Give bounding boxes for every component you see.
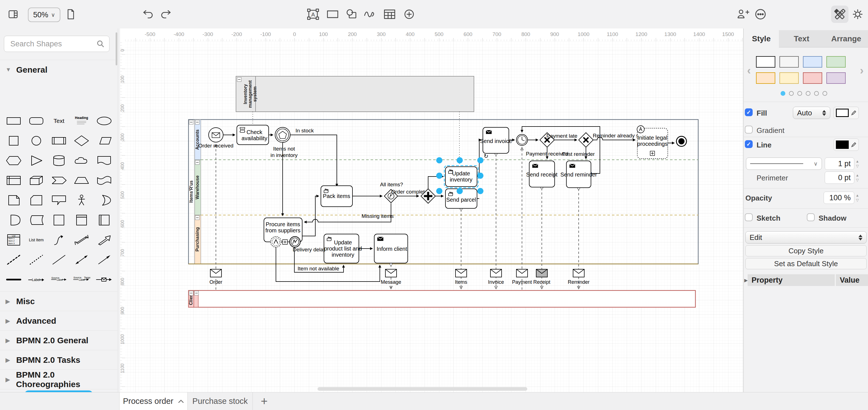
- shape-list-item[interactable]: List Item: [25, 230, 48, 250]
- sketch-checkbox[interactable]: [745, 213, 753, 221]
- tab-text[interactable]: Text: [779, 30, 824, 48]
- shape-triangle[interactable]: [25, 151, 48, 170]
- fill-color-button[interactable]: [834, 107, 859, 119]
- swatch-page-dot[interactable]: [797, 91, 802, 96]
- shape-curve[interactable]: [48, 230, 70, 250]
- selection-handle[interactable]: [477, 172, 484, 179]
- freehand-icon[interactable]: [361, 6, 378, 23]
- task-update-inventory[interactable]: Updateinventory: [445, 167, 477, 187]
- shape-heading[interactable]: Heading: [70, 111, 93, 131]
- drawing-area[interactable]: Inventorymanagementsystem Items'R'us: [125, 41, 743, 392]
- shape-line[interactable]: [48, 250, 70, 270]
- shape-dashed-line[interactable]: [2, 250, 25, 270]
- style-swatch[interactable]: [779, 56, 799, 68]
- page-tab-process-order[interactable]: Process order: [119, 392, 188, 410]
- task-check-availability[interactable]: Checkavailability: [237, 125, 269, 145]
- shape-arrow-source-label-target[interactable]: SourceLabelTarget: [70, 270, 93, 289]
- shape-tape[interactable]: [93, 170, 116, 190]
- shape-cloud[interactable]: [70, 151, 93, 170]
- section-bpmn-choreographies[interactable]: ▶BPMN 2.0 Choreographies: [0, 370, 118, 389]
- insert-shape-icon[interactable]: [343, 6, 360, 23]
- swatch-page-dot[interactable]: [806, 91, 810, 96]
- task-pack-items[interactable]: Pack items: [321, 186, 352, 207]
- redo-button[interactable]: [157, 6, 174, 23]
- shape-arrow-source-label[interactable]: SourceLabel: [48, 270, 70, 289]
- style-swatch[interactable]: [803, 56, 822, 68]
- selection-handle[interactable]: [477, 157, 484, 163]
- line-width-stepper[interactable]: ▲▽: [854, 158, 861, 170]
- more-options-icon[interactable]: [752, 6, 769, 23]
- pool-inventory-management-system[interactable]: Inventorymanagementsystem: [236, 76, 474, 112]
- fill-checkbox[interactable]: ✓: [745, 108, 753, 116]
- share-icon[interactable]: [735, 6, 752, 23]
- opacity-stepper[interactable]: ▲▽: [854, 192, 861, 204]
- design-mode-icon[interactable]: [831, 6, 848, 23]
- style-swatch[interactable]: [827, 56, 846, 68]
- perimeter-input[interactable]: 0 pt: [825, 171, 854, 184]
- insert-more-icon[interactable]: [401, 6, 418, 23]
- message-envelopes[interactable]: Order Message Items Invoice Payment Rece…: [210, 269, 590, 285]
- task-procure-items[interactable]: Procure itemsfrom suppliers: [264, 218, 302, 247]
- line-color-button[interactable]: [834, 138, 859, 151]
- add-page-button[interactable]: +: [256, 392, 273, 410]
- tab-style[interactable]: Style: [744, 30, 779, 48]
- style-swatch[interactable]: [756, 72, 775, 84]
- shape-bidirectional-arrow[interactable]: [70, 230, 93, 250]
- collapse-icon[interactable]: [189, 120, 193, 124]
- shape-arrow-with-label[interactable]: Label: [25, 270, 48, 289]
- insert-rectangle-icon[interactable]: [324, 6, 341, 23]
- shape-step[interactable]: [48, 170, 70, 190]
- copy-style-button[interactable]: Copy Style: [745, 245, 867, 256]
- page-tab-purchase-stock[interactable]: Purchase stock: [188, 392, 253, 410]
- swatch-page-dot[interactable]: [814, 91, 819, 96]
- shape-horizontal-container[interactable]: [93, 210, 116, 230]
- shape-process[interactable]: [48, 131, 70, 151]
- shape-directional-connector[interactable]: [93, 250, 116, 270]
- selection-handle[interactable]: [436, 157, 442, 163]
- horizontal-scrollbar[interactable]: [317, 387, 527, 391]
- task-send-reminder[interactable]: Send reminder: [560, 161, 597, 188]
- chevron-right-icon[interactable]: ▶: [744, 278, 748, 283]
- shape-ellipse[interactable]: [93, 111, 116, 131]
- collapse-icon[interactable]: [189, 291, 193, 295]
- shape-actor[interactable]: [70, 190, 93, 210]
- section-misc[interactable]: ▶Misc: [0, 291, 118, 311]
- style-swatch[interactable]: [779, 72, 799, 84]
- event-timer[interactable]: [517, 134, 528, 146]
- end-event-terminate[interactable]: [676, 136, 686, 146]
- start-event-order-received[interactable]: Order received: [198, 128, 234, 149]
- shape-dotted-line[interactable]: [25, 250, 48, 270]
- line-style-select[interactable]: ∨: [746, 158, 822, 170]
- sidebar-scrollbar[interactable]: [116, 32, 117, 65]
- undo-button[interactable]: [140, 6, 157, 23]
- shape-bidirectional-connector[interactable]: [70, 250, 93, 270]
- shape-internal-storage[interactable]: [2, 170, 25, 190]
- task-inform-client[interactable]: Inform client: [374, 234, 408, 263]
- style-swatch[interactable]: [756, 56, 775, 68]
- event-conditional[interactable]: [275, 127, 290, 143]
- shape-data-storage[interactable]: [25, 210, 48, 230]
- shape-rectangle[interactable]: [2, 111, 25, 131]
- rotate-handle-icon[interactable]: ↻: [484, 153, 489, 159]
- collapse-icon[interactable]: [195, 120, 199, 124]
- shape-or[interactable]: [93, 190, 116, 210]
- section-advanced[interactable]: ▶Advanced: [0, 311, 118, 330]
- opacity-input[interactable]: 100 %: [824, 192, 854, 204]
- line-width-input[interactable]: 1 pt: [825, 158, 854, 170]
- shape-and[interactable]: [2, 210, 25, 230]
- swatch-next-icon[interactable]: ›: [860, 64, 864, 77]
- shadow-checkbox[interactable]: [807, 213, 815, 221]
- task-send-invoice[interactable]: Send invoice: [480, 127, 512, 153]
- shape-card[interactable]: [25, 190, 48, 210]
- edit-select[interactable]: Edit: [745, 231, 867, 244]
- shape-diamond[interactable]: [70, 131, 93, 151]
- gateway-exclusive-2[interactable]: [579, 133, 593, 147]
- task-update-product-list[interactable]: Updateproduct list andinventory: [324, 234, 362, 263]
- shape-callout[interactable]: [48, 190, 70, 210]
- zoom-select[interactable]: 50%∨: [28, 7, 60, 22]
- swatch-page-dot[interactable]: [789, 91, 794, 96]
- collapse-icon[interactable]: [195, 160, 199, 164]
- swatch-page-dot[interactable]: [823, 91, 827, 96]
- theme-icon[interactable]: [849, 6, 866, 23]
- shape-circle[interactable]: [25, 131, 48, 151]
